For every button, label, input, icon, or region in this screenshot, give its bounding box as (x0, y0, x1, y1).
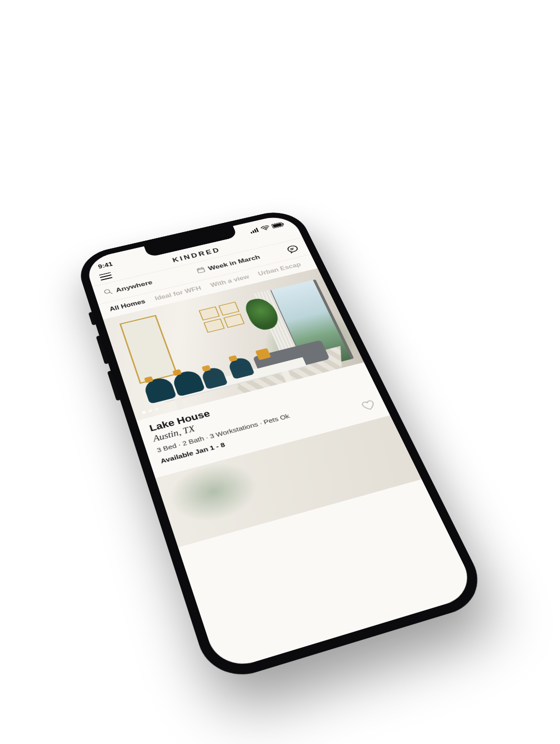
svg-line-12 (198, 268, 199, 269)
chat-button[interactable] (286, 244, 300, 254)
search-icon (103, 288, 114, 298)
pager-dot[interactable] (142, 410, 146, 414)
side-button-volume-down[interactable] (107, 370, 121, 401)
wifi-icon (260, 225, 271, 232)
svg-rect-2 (254, 229, 257, 232)
cellular-icon (250, 228, 260, 235)
svg-line-14 (290, 248, 294, 248)
svg-line-9 (110, 292, 112, 294)
menu-button[interactable] (99, 272, 112, 280)
side-button-silent[interactable] (88, 312, 97, 326)
svg-line-15 (291, 250, 293, 250)
svg-rect-1 (252, 230, 254, 233)
status-time: 9:41 (98, 261, 114, 270)
svg-point-8 (104, 289, 110, 294)
svg-line-13 (202, 268, 202, 268)
battery-icon (271, 222, 286, 230)
svg-rect-0 (250, 232, 252, 234)
pager-dot[interactable] (148, 409, 152, 412)
svg-rect-6 (272, 223, 282, 228)
svg-point-4 (266, 229, 267, 230)
calendar-icon (196, 266, 206, 275)
search-location-value: Anywhere (115, 279, 154, 294)
side-button-volume-up[interactable] (96, 336, 110, 364)
photo-pager[interactable] (142, 408, 159, 414)
pager-dot[interactable] (154, 408, 159, 411)
